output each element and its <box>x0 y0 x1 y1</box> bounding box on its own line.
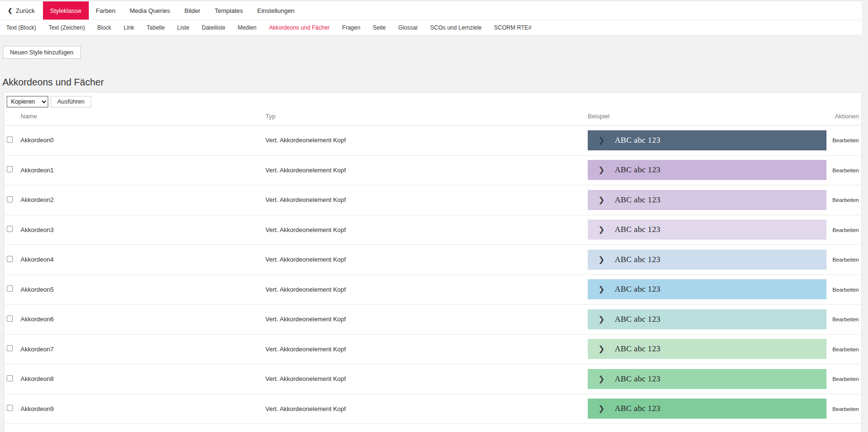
preview-text: ABC abc 123 <box>614 225 660 234</box>
edit-link[interactable]: Bearbeiten <box>832 316 859 322</box>
subnav-item-fragen[interactable]: Fragen <box>336 24 367 31</box>
subnav-item-link[interactable]: Link <box>117 24 140 31</box>
style-type: Vert. Akkordeonelement Kopf <box>265 346 588 353</box>
chevron-left-icon: ❮ <box>8 8 12 13</box>
subnav-item-seite[interactable]: Seite <box>367 24 392 31</box>
checkbox-cell <box>4 256 21 263</box>
subnav-item-dateiliste[interactable]: Dateiliste <box>195 24 231 31</box>
header-sample: Beispiel <box>588 113 826 120</box>
row-checkbox[interactable] <box>7 285 13 292</box>
preview-text: ABC abc 123 <box>614 255 660 264</box>
preview-text: ABC abc 123 <box>614 374 660 384</box>
accordion-preview[interactable]: ❯ ABC abc 123 <box>588 220 826 240</box>
accordion-preview[interactable]: ❯ ABC abc 123 <box>588 279 826 299</box>
sample-cell: ❯ ABC abc 123 <box>588 220 826 240</box>
row-checkbox[interactable] <box>7 345 13 351</box>
accordion-preview[interactable]: ❯ ABC abc 123 <box>588 369 826 389</box>
accordion-preview[interactable]: ❯ ABC abc 123 <box>588 250 826 270</box>
top-tab-farben[interactable]: Farben <box>89 1 123 20</box>
chevron-right-icon: ❯ <box>598 405 604 412</box>
style-name: Akkordeon9 <box>21 405 265 412</box>
subnav-item-scos-und-lernziele[interactable]: SCOs und Lernziele <box>424 24 487 31</box>
subnav-item-medien[interactable]: Medien <box>232 24 263 31</box>
row-checkbox[interactable] <box>7 316 13 322</box>
style-type: Vert. Akkordeonelement Kopf <box>265 375 588 382</box>
row-checkbox[interactable] <box>7 375 13 381</box>
table-row: Akkordeon8 Vert. Akkordeonelement Kopf ❯… <box>4 364 861 394</box>
top-tab-einstellungen[interactable]: Einstellungen <box>250 1 302 20</box>
table-row: Akkordeon6 Vert. Akkordeonelement Kopf ❯… <box>4 305 861 335</box>
accordion-preview[interactable]: ❯ ABC abc 123 <box>588 399 826 419</box>
subnav-item-text-zeichen-[interactable]: Text (Zeichen) <box>42 24 91 31</box>
actions-cell: Bearbeiten <box>826 286 859 293</box>
subnav-item-akkordeons-und-f-cher[interactable]: Akkordeons und Fächer <box>263 24 336 31</box>
top-tab-bilder[interactable]: Bilder <box>177 1 207 20</box>
subnav-item-liste[interactable]: Liste <box>171 24 195 31</box>
sample-cell: ❯ ABC abc 123 <box>588 279 826 299</box>
accordion-preview[interactable]: ❯ ABC abc 123 <box>588 130 826 150</box>
subnav-item-text-block-[interactable]: Text (Block) <box>0 24 42 31</box>
bulk-action-select[interactable]: Kopieren <box>7 96 48 107</box>
back-button[interactable]: ❮ Zurück <box>0 1 43 20</box>
header-name: Name <box>21 113 265 120</box>
edit-link[interactable]: Bearbeiten <box>832 257 859 263</box>
subnav-item-scorm-rte-[interactable]: SCORM RTE# <box>488 24 538 31</box>
accordion-preview[interactable]: ❯ ABC abc 123 <box>588 339 826 359</box>
row-checkbox[interactable] <box>7 405 13 411</box>
run-button[interactable]: Ausführen <box>51 96 91 107</box>
style-name: Akkordeon7 <box>21 346 265 353</box>
checkbox-cell <box>4 226 21 233</box>
add-style-button[interactable]: Neuen Style hinzufügen <box>3 46 81 59</box>
chevron-right-icon: ❯ <box>598 345 604 353</box>
style-name: Akkordeon2 <box>21 196 265 203</box>
content-area: Neuen Style hinzufügen Akkordeons und Fä… <box>0 35 868 432</box>
style-name: Akkordeon5 <box>21 286 265 293</box>
row-checkbox[interactable] <box>7 226 13 232</box>
checkbox-cell <box>4 137 21 144</box>
edit-link[interactable]: Bearbeiten <box>832 197 859 203</box>
actions-cell: Bearbeiten <box>826 405 859 412</box>
subnav-item-glossar[interactable]: Glossar <box>392 24 424 31</box>
top-tab-templates[interactable]: Templates <box>208 1 250 20</box>
actions-cell: Bearbeiten <box>826 137 859 144</box>
vertical-scrollbar[interactable] <box>862 0 868 432</box>
edit-link[interactable]: Bearbeiten <box>832 227 859 233</box>
sample-cell: ❯ ABC abc 123 <box>588 190 826 210</box>
table-header: Name Typ Beispiel Aktionen <box>4 107 861 126</box>
table-row: Akkordeon2 Vert. Akkordeonelement Kopf ❯… <box>4 185 861 215</box>
edit-link[interactable]: Bearbeiten <box>832 347 859 352</box>
edit-link[interactable]: Bearbeiten <box>832 376 859 382</box>
row-checkbox[interactable] <box>7 256 13 262</box>
style-type: Vert. Akkordeonelement Kopf <box>265 316 588 323</box>
styles-panel: Kopieren Ausführen Name Typ Beispiel Akt… <box>4 92 862 432</box>
checkbox-cell <box>4 316 21 323</box>
sample-cell: ❯ ABC abc 123 <box>588 250 826 270</box>
row-checkbox[interactable] <box>7 166 13 172</box>
accordion-preview[interactable]: ❯ ABC abc 123 <box>588 160 826 180</box>
top-tab-media-queries[interactable]: Media Queries <box>123 1 178 20</box>
style-category-nav: Text (Block)Text (Zeichen)BlockLinkTabel… <box>0 20 868 35</box>
accordion-preview[interactable]: ❯ ABC abc 123 <box>588 309 826 329</box>
edit-link[interactable]: Bearbeiten <box>832 287 859 293</box>
edit-link[interactable]: Bearbeiten <box>832 137 859 143</box>
sample-cell: ❯ ABC abc 123 <box>588 369 826 389</box>
subnav-item-tabelle[interactable]: Tabelle <box>140 24 171 31</box>
table-row: Akkordeon7 Vert. Akkordeonelement Kopf ❯… <box>4 335 861 365</box>
accordion-preview[interactable]: ❯ ABC abc 123 <box>588 190 826 210</box>
chevron-right-icon: ❯ <box>598 375 604 383</box>
subnav-item-block[interactable]: Block <box>91 24 117 31</box>
style-type: Vert. Akkordeonelement Kopf <box>265 167 588 174</box>
style-type: Vert. Akkordeonelement Kopf <box>265 226 588 233</box>
table-row: Akkordeon3 Vert. Akkordeonelement Kopf ❯… <box>4 215 861 245</box>
row-checkbox[interactable] <box>7 137 13 143</box>
row-checkbox[interactable] <box>7 196 13 202</box>
edit-link[interactable]: Bearbeiten <box>832 168 859 173</box>
back-label: Zurück <box>16 7 35 14</box>
style-name: Akkordeon1 <box>21 167 265 174</box>
preview-text: ABC abc 123 <box>614 404 660 413</box>
chevron-right-icon: ❯ <box>598 226 604 233</box>
top-tab-styleklasse[interactable]: Styleklasse <box>43 1 89 20</box>
style-type: Vert. Akkordeonelement Kopf <box>265 256 588 263</box>
edit-link[interactable]: Bearbeiten <box>832 406 859 412</box>
checkbox-cell <box>4 345 21 353</box>
